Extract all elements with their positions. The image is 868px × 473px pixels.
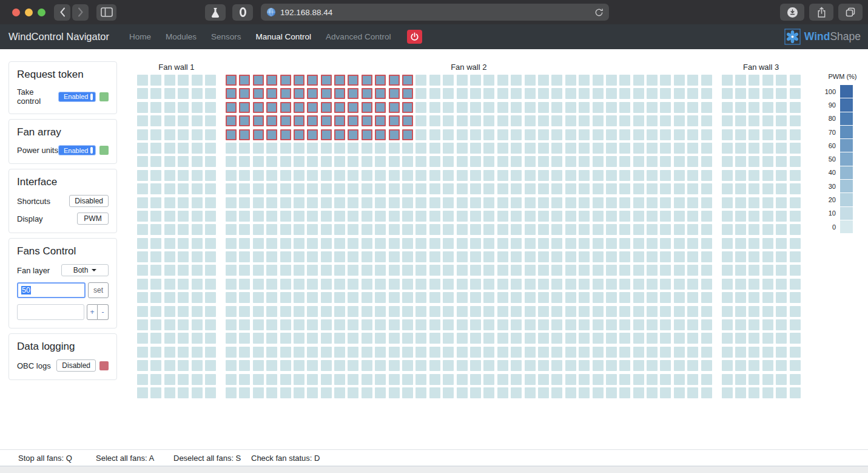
fan-cell[interactable]	[762, 224, 773, 235]
fan-cell[interactable]	[321, 319, 332, 330]
fan-cell[interactable]	[362, 224, 372, 235]
fan-cell[interactable]	[525, 211, 536, 222]
fan-cell[interactable]	[565, 102, 576, 113]
fan-cell[interactable]	[226, 183, 237, 194]
fan-cell[interactable]	[280, 347, 291, 358]
fan-cell[interactable]	[150, 156, 161, 167]
fan-cell[interactable]	[307, 183, 318, 194]
fan-cell[interactable]	[150, 360, 161, 371]
fan-cell[interactable]	[415, 374, 426, 385]
fan-cell-selected[interactable]	[389, 102, 400, 113]
fan-cell[interactable]	[579, 319, 590, 330]
fan-cell[interactable]	[749, 374, 759, 385]
fan-cell[interactable]	[253, 333, 264, 344]
fan-cell[interactable]	[348, 143, 358, 154]
fan-cell[interactable]	[660, 251, 671, 262]
fan-cell[interactable]	[525, 183, 536, 194]
downloads-button[interactable]	[780, 4, 804, 21]
fan-cell[interactable]	[334, 387, 345, 398]
fan-cell[interactable]	[294, 387, 304, 398]
fan-cell[interactable]	[429, 197, 440, 208]
fan-cell-selected[interactable]	[294, 75, 304, 86]
fan-cell[interactable]	[348, 374, 358, 385]
fan-cell[interactable]	[415, 333, 426, 344]
fan-cell[interactable]	[334, 143, 345, 154]
fan-cell[interactable]	[205, 88, 216, 99]
fan-cell[interactable]	[687, 197, 698, 208]
fan-cell[interactable]	[334, 319, 345, 330]
fan-cell[interactable]	[402, 374, 413, 385]
fan-cell[interactable]	[192, 306, 203, 317]
fan-cell[interactable]	[483, 279, 494, 290]
fan-cell[interactable]	[722, 183, 733, 194]
fan-cell[interactable]	[538, 333, 549, 344]
fan-cell[interactable]	[470, 88, 481, 99]
fan-cell[interactable]	[150, 387, 161, 398]
fan-cell[interactable]	[619, 143, 630, 154]
fan-cell[interactable]	[402, 211, 413, 222]
fan-cell[interactable]	[762, 306, 773, 317]
fan-cell[interactable]	[402, 251, 413, 262]
fan-cell[interactable]	[321, 347, 332, 358]
fan-cell[interactable]	[647, 238, 658, 249]
fan-cell[interactable]	[749, 143, 759, 154]
fan-cell[interactable]	[307, 197, 318, 208]
fan-cell[interactable]	[762, 129, 773, 140]
fan-cell[interactable]	[266, 347, 277, 358]
fan-cell[interactable]	[551, 156, 562, 167]
tabs-button[interactable]	[838, 4, 863, 21]
fan-cell[interactable]	[164, 143, 175, 154]
fan-cell[interactable]	[280, 374, 291, 385]
fan-cell[interactable]	[660, 170, 671, 181]
fan-cell[interactable]	[226, 211, 237, 222]
fan-cell[interactable]	[362, 333, 372, 344]
fan-cell[interactable]	[511, 265, 522, 276]
fan-cell[interactable]	[647, 75, 658, 86]
fan-cell-selected[interactable]	[321, 129, 332, 140]
fan-cell[interactable]	[164, 292, 175, 303]
fan-cell[interactable]	[525, 265, 536, 276]
fan-cell[interactable]	[525, 292, 536, 303]
fan-cell[interactable]	[150, 88, 161, 99]
fan-cell[interactable]	[606, 238, 617, 249]
fan-cell[interactable]	[150, 115, 161, 126]
fan-cell[interactable]	[334, 306, 345, 317]
fan-cell[interactable]	[164, 306, 175, 317]
fan-cell[interactable]	[375, 360, 386, 371]
fan-cell[interactable]	[497, 197, 508, 208]
fan-cell[interactable]	[178, 387, 189, 398]
fan-cell[interactable]	[525, 170, 536, 181]
fan-cell-selected[interactable]	[362, 115, 372, 126]
fan-cell[interactable]	[606, 387, 617, 398]
fan-cell-selected[interactable]	[375, 75, 386, 86]
fan-cell[interactable]	[606, 251, 617, 262]
fan-cell[interactable]	[701, 197, 712, 208]
fan-cell[interactable]	[538, 75, 549, 86]
fan-cell[interactable]	[606, 143, 617, 154]
fan-cell[interactable]	[674, 347, 685, 358]
fan-cell[interactable]	[164, 360, 175, 371]
fan-cell[interactable]	[402, 292, 413, 303]
fan-cell[interactable]	[226, 333, 237, 344]
fan-cell[interactable]	[735, 224, 746, 235]
fan-cell[interactable]	[633, 360, 644, 371]
fan-cell[interactable]	[633, 387, 644, 398]
fan-cell[interactable]	[660, 224, 671, 235]
fan-cell[interactable]	[307, 238, 318, 249]
fan-cell[interactable]	[511, 292, 522, 303]
fan-cell[interactable]	[735, 75, 746, 86]
fan-cell[interactable]	[687, 115, 698, 126]
fan-cell[interactable]	[606, 102, 617, 113]
fan-cell[interactable]	[565, 238, 576, 249]
fan-cell[interactable]	[525, 224, 536, 235]
fan-cell[interactable]	[429, 251, 440, 262]
fan-cell[interactable]	[762, 319, 773, 330]
fan-cell[interactable]	[321, 211, 332, 222]
fan-cell[interactable]	[776, 238, 787, 249]
fan-cell[interactable]	[470, 333, 481, 344]
fan-cell[interactable]	[551, 211, 562, 222]
fan-cell[interactable]	[749, 129, 759, 140]
fan-cell[interactable]	[429, 292, 440, 303]
fan-cell[interactable]	[579, 102, 590, 113]
fan-cell[interactable]	[389, 224, 400, 235]
